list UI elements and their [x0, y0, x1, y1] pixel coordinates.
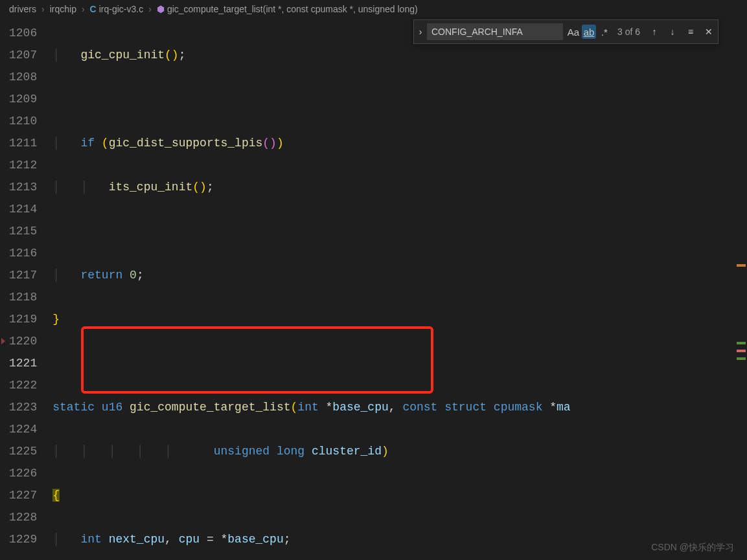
c-file-icon: C: [90, 4, 97, 14]
code-line[interactable]: │ if (gic_dist_supports_lpis()): [52, 132, 747, 154]
line-number: 1214: [9, 198, 37, 220]
code-line[interactable]: │ │ its_cpu_init();: [52, 176, 747, 198]
code-line[interactable]: [52, 220, 747, 242]
code-line[interactable]: }: [52, 308, 747, 330]
line-number: 1223: [9, 396, 37, 418]
line-number: 1226: [9, 462, 37, 484]
match-case-toggle[interactable]: Aa: [566, 25, 580, 39]
line-number-gutter: 1206 1207 1208 1209 1210 1211 1212 1213 …: [0, 18, 52, 560]
line-number: 1227: [9, 484, 37, 506]
minimap-marker: [737, 357, 746, 360]
chevron-right-icon: ›: [39, 4, 47, 14]
find-expand-toggle[interactable]: ›: [414, 20, 427, 43]
line-number: 1212: [9, 154, 37, 176]
line-number: 1224: [9, 418, 37, 440]
line-number: 1207: [9, 44, 37, 66]
line-number: 1219: [9, 308, 37, 330]
line-number: 1208: [9, 66, 37, 88]
line-number: 1220: [9, 330, 37, 352]
minimap-marker: [737, 264, 746, 267]
code-line[interactable]: │ │ │ │ │ unsigned long cluster_id): [52, 440, 747, 462]
breadcrumb-file[interactable]: irq-gic-v3.c: [99, 4, 143, 14]
line-number: 1211: [9, 132, 37, 154]
code-line[interactable]: [52, 88, 747, 110]
code-line[interactable]: static u16 gic_compute_target_list(int *…: [52, 396, 747, 418]
find-results-count: 3 of 6: [617, 27, 640, 37]
code-editor[interactable]: 1206 1207 1208 1209 1210 1211 1212 1213 …: [0, 18, 747, 560]
line-number: 1206: [9, 22, 37, 44]
breadcrumb-folder[interactable]: drivers: [9, 4, 36, 14]
code-line[interactable]: │ return 0;: [52, 264, 747, 286]
line-number: 1209: [9, 88, 37, 110]
breadcrumb[interactable]: drivers › irqchip › C irq-gic-v3.c › ⬢ g…: [0, 0, 747, 18]
minimap-marker: [737, 350, 746, 352]
regex-toggle[interactable]: .*: [597, 25, 612, 39]
line-number: 1229: [9, 528, 37, 550]
find-selection-button[interactable]: ≡: [683, 24, 698, 39]
line-number: 1221: [9, 352, 37, 374]
line-number: 1210: [9, 110, 37, 132]
line-number: 1215: [9, 220, 37, 242]
code-line[interactable]: │ gic_cpu_init();: [52, 44, 747, 66]
code-line[interactable]: {: [52, 484, 747, 506]
find-close-button[interactable]: ✕: [701, 24, 717, 39]
minimap-marker: [737, 342, 746, 344]
find-input[interactable]: CONFIG_ARCH_INFA: [427, 23, 563, 40]
find-next-button[interactable]: ↓: [665, 24, 680, 39]
find-prev-button[interactable]: ↑: [647, 24, 662, 39]
chevron-right-icon: ›: [146, 4, 154, 14]
line-number: 1228: [9, 506, 37, 528]
code-line[interactable]: │ int next_cpu, cpu = *base_cpu;: [52, 528, 747, 550]
symbol-method-icon: ⬢: [157, 4, 165, 14]
line-number: 1217: [9, 264, 37, 286]
breakpoint-marker-icon[interactable]: [1, 338, 5, 344]
code-line[interactable]: [52, 352, 747, 374]
find-widget: › CONFIG_ARCH_INFA Aa ab .* 3 of 6 ↑ ↓ ≡…: [413, 19, 718, 44]
find-input-value: CONFIG_ARCH_INFA: [431, 27, 523, 37]
line-number: 1225: [9, 440, 37, 462]
code-area[interactable]: │ gic_cpu_init(); │ if (gic_dist_support…: [52, 18, 747, 560]
match-whole-word-toggle[interactable]: ab: [582, 25, 596, 39]
breadcrumb-symbol[interactable]: gic_compute_target_list(int *, const cpu…: [167, 4, 418, 14]
line-number: 1218: [9, 286, 37, 308]
minimap[interactable]: [733, 18, 747, 560]
chevron-right-icon: ›: [79, 4, 87, 14]
line-number: 1216: [9, 242, 37, 264]
line-number: 1213: [9, 176, 37, 198]
breadcrumb-folder[interactable]: irqchip: [50, 4, 76, 14]
line-number: 1222: [9, 374, 37, 396]
